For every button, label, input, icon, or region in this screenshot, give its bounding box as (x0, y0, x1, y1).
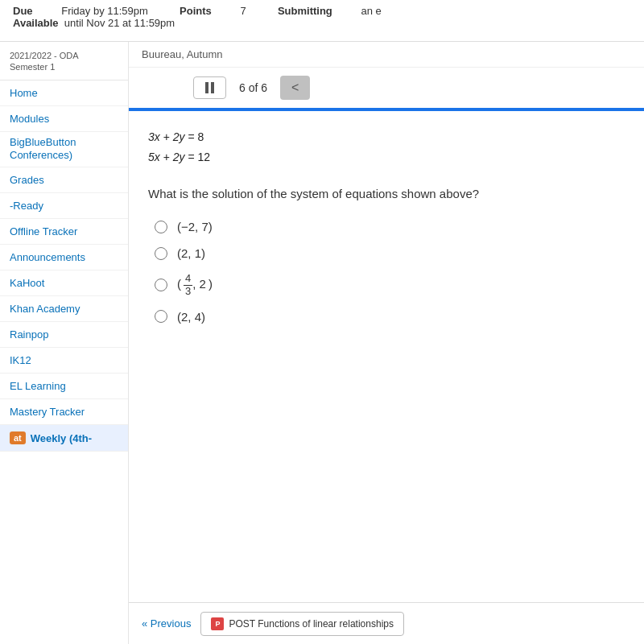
sidebar-item-kahoot[interactable]: KaHoot (0, 270, 128, 296)
post-icon: P (211, 617, 224, 630)
sidebar-item-ready[interactable]: -Ready (0, 193, 128, 219)
points-value: 7 (240, 5, 246, 17)
sidebar-item-announcements[interactable]: Announcements (0, 245, 128, 270)
equation-block: 3x + 2y = 8 5x + 2y = 12 (148, 127, 625, 167)
student-bar: Buureau, Autumn (129, 42, 644, 68)
sidebar-item-khan-academy[interactable]: Khan Academy (0, 296, 128, 322)
radio-opt4[interactable] (155, 310, 167, 323)
answer-options: (−2, 7) (2, 1) ( 43, 2 ) (2, 4) (155, 220, 625, 324)
student-name: Buureau, Autumn (142, 48, 222, 60)
sidebar-item-offline-tracker[interactable]: Offline Tracker (0, 219, 128, 245)
question-text: What is the solution of the system of eq… (148, 187, 625, 200)
sidebar-item-weekly[interactable]: at Weekly (4th- (0, 425, 128, 452)
option-label-3: ( 43, 2 ) (177, 273, 213, 297)
post-btn-label: POST Functions of linear relationships (229, 618, 394, 630)
answer-option-1[interactable]: (−2, 7) (155, 220, 625, 233)
radio-opt1[interactable] (155, 221, 167, 233)
sidebar-item-k12[interactable]: IK12 (0, 348, 128, 374)
pause-button[interactable] (193, 76, 226, 99)
submitting-value: an e (361, 5, 381, 17)
radio-opt2[interactable] (155, 247, 167, 260)
available-label: Available (13, 17, 59, 29)
answer-option-3[interactable]: ( 43, 2 ) (155, 273, 625, 297)
sidebar-course-label: 2021/2022 - ODA Semester 1 (0, 45, 128, 80)
sidebar-item-modules[interactable]: Modules (0, 106, 128, 132)
sidebar-item-mastery-tracker[interactable]: Mastery Tracker (0, 399, 128, 425)
option-label-1: (−2, 7) (177, 220, 213, 233)
available-value: until Nov 21 at 11:59pm (64, 17, 175, 29)
points-label: Points (180, 5, 212, 17)
option-label-4: (2, 4) (177, 310, 205, 324)
due-label: Due (13, 5, 33, 17)
sidebar-item-el-learning[interactable]: EL Learning (0, 374, 128, 399)
submitting-label: Submitting (278, 5, 332, 17)
sidebar-item-rainpop[interactable]: Rainpop (0, 322, 128, 348)
equation-2: 5x + 2y = 12 (148, 147, 625, 167)
quiz-counter: 6 of 6 (239, 81, 267, 94)
answer-option-2[interactable]: (2, 1) (155, 246, 625, 260)
sidebar-item-home[interactable]: Home (0, 80, 128, 106)
header-due-info: Due Friday by 11:59pm Points 7 Submittin… (13, 5, 382, 29)
radio-opt3[interactable] (155, 279, 167, 291)
question-body: 3x + 2y = 8 5x + 2y = 12 What is the sol… (129, 111, 644, 602)
due-value: Friday by 11:59pm (61, 5, 148, 17)
sidebar-item-bigbluebutton[interactable]: BigBlueButtonConferences) (0, 132, 128, 168)
sidebar: 2021/2022 - ODA Semester 1 Home Modules … (0, 42, 129, 644)
previous-button[interactable]: « Previous (142, 617, 191, 630)
option-label-2: (2, 1) (177, 246, 205, 260)
post-functions-button[interactable]: P POST Functions of linear relationships (200, 612, 404, 636)
header: Due Friday by 11:59pm Points 7 Submittin… (0, 0, 644, 42)
back-arrow-button[interactable]: < (280, 76, 310, 100)
content-area: Buureau, Autumn 6 of 6 < 3x + 2y = 8 5x … (129, 42, 644, 644)
fraction-display: 43 (184, 273, 192, 297)
equation-1: 3x + 2y = 8 (148, 127, 625, 147)
footer-bar: « Previous P POST Functions of linear re… (129, 602, 644, 644)
sidebar-item-grades[interactable]: Grades (0, 167, 128, 193)
quiz-navigation: 6 of 6 < (129, 68, 644, 108)
answer-option-4[interactable]: (2, 4) (155, 310, 625, 324)
